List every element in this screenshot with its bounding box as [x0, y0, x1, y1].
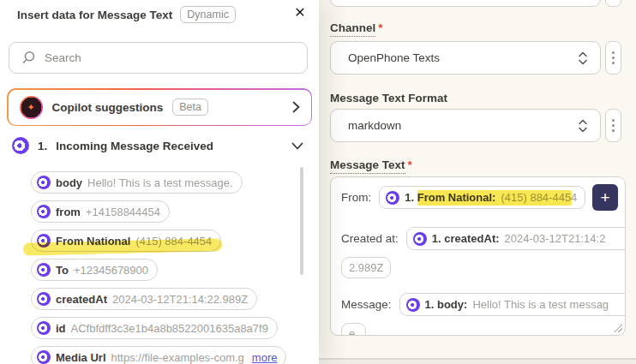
copilot-sparkle-icon: ✦ — [20, 96, 43, 119]
openphone-app-icon — [413, 232, 427, 246]
field-pill-from[interactable]: from +14158844454 — [31, 200, 170, 223]
field-row: From National (415) 884-4454 — [31, 230, 286, 252]
message-text-label: Message Text* — [330, 158, 412, 171]
beta-badge: Beta — [172, 98, 208, 116]
search-box[interactable] — [9, 42, 308, 74]
search-input[interactable] — [45, 51, 307, 64]
footer-strip — [319, 360, 636, 364]
field-pill-to[interactable]: To +12345678900 — [31, 259, 158, 281]
mapped-field-token[interactable]: 1. From National: (415) 884-4454 — [379, 186, 585, 209]
openphone-app-icon — [37, 321, 51, 335]
openphone-app-icon — [37, 205, 51, 218]
field-row: from +14158844454 — [31, 200, 286, 223]
cropped-menu-button-above — [605, 0, 621, 7]
chevron-updown-icon — [578, 118, 588, 134]
field-pill-from-national[interactable]: From National (415) 884-4454 — [31, 230, 221, 252]
openphone-app-icon — [37, 234, 51, 248]
cropped-field-above — [330, 0, 601, 7]
openphone-app-icon — [37, 350, 51, 364]
editor-line-from: From: 1. From National: (415) 884-4454 — [341, 186, 615, 209]
panel-scrollbar-thumb[interactable] — [300, 167, 303, 275]
editor-line-message: Message: 1. body: Hello! This is a test … — [341, 293, 615, 316]
insert-data-plus-button[interactable]: + — [592, 184, 618, 211]
openphone-app-icon — [386, 191, 399, 205]
step-config-panel: Channel* OpenPhone Texts Message Text Fo… — [319, 0, 636, 364]
step-section-header[interactable]: 1. Incoming Message Received — [12, 137, 303, 154]
field-row: id ACfbfdff3c3e1b4a8b8522001635a8a7f9 — [31, 317, 286, 339]
chevron-right-icon — [292, 101, 300, 113]
field-pill-created-at[interactable]: createdAt 2024-03-12T21:14:22.989Z — [31, 288, 257, 310]
field-row: body Hello! This is a test message. — [31, 171, 286, 194]
mapped-field-token[interactable]: 1. body: Hello! This is a test messag — [399, 293, 626, 316]
required-asterisk: * — [408, 158, 412, 171]
format-label: Message Text Format — [330, 92, 447, 104]
field-row: createdAt 2024-03-12T21:14:22.989Z — [31, 288, 286, 310]
mapped-field-token-overflow[interactable]: e. — [341, 323, 366, 336]
field-pill-id[interactable]: id ACfbfdff3c3e1b4a8b8522001635a8a7f9 — [31, 317, 278, 339]
format-select-value: markdown — [348, 119, 578, 132]
channel-label: Channel* — [330, 21, 383, 34]
field-row: Media Url https://file-examples-com.g mo… — [31, 346, 286, 364]
channel-menu-button[interactable] — [605, 41, 621, 75]
more-link[interactable]: more — [252, 351, 278, 364]
message-text-editor[interactable]: From: 1. From National: (415) 884-4454 C… — [330, 176, 626, 336]
mapped-field-token[interactable]: 1. createdAt: 2024-03-12T21:14:2 — [406, 227, 626, 250]
close-icon[interactable]: ✕ — [291, 3, 309, 22]
openphone-app-icon — [406, 298, 420, 312]
editor-line-created-at: Created at: 1. createdAt: 2024-03-12T21:… — [341, 227, 615, 250]
search-icon — [21, 51, 36, 65]
mapped-field-token-overflow[interactable]: 2.989Z — [341, 257, 391, 278]
panel-title: Insert data for Message Text — [17, 9, 172, 21]
chevron-updown-icon — [578, 51, 588, 66]
openphone-app-icon — [12, 137, 29, 154]
field-list: body Hello! This is a test message. from… — [31, 171, 286, 364]
channel-select-value: OpenPhone Texts — [348, 51, 578, 64]
panel-header: Insert data for Message Text Dynamic — [17, 6, 236, 23]
insert-data-panel: Insert data for Message Text Dynamic ✕ ✦… — [0, 0, 319, 364]
openphone-app-icon — [37, 176, 51, 189]
channel-select[interactable]: OpenPhone Texts — [330, 41, 601, 75]
required-asterisk: * — [378, 21, 382, 34]
field-pill-body[interactable]: body Hello! This is a test message. — [31, 171, 243, 194]
openphone-app-icon — [37, 292, 51, 306]
dynamic-badge: Dynamic — [180, 6, 236, 23]
zap-editor-screen: Channel* OpenPhone Texts Message Text Fo… — [0, 0, 636, 364]
copilot-suggestions-banner[interactable]: ✦ Copilot suggestions Beta — [7, 88, 312, 126]
openphone-app-icon — [37, 263, 51, 277]
chevron-down-icon[interactable] — [291, 142, 303, 150]
textarea-resize-handle[interactable] — [614, 324, 622, 332]
field-row: To +12345678900 — [31, 259, 286, 281]
format-menu-button[interactable] — [605, 109, 621, 142]
format-select[interactable]: markdown — [330, 109, 601, 142]
field-pill-media-url[interactable]: Media Url https://file-examples-com.g mo… — [31, 346, 286, 364]
